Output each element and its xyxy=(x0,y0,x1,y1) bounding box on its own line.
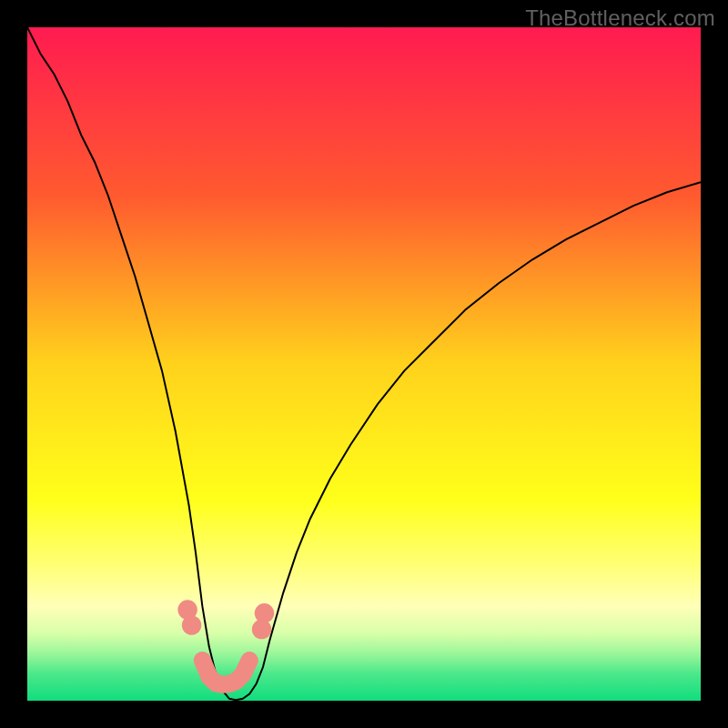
left-mid-dot xyxy=(182,615,201,634)
gradient-background xyxy=(27,27,701,701)
chart-frame: TheBottleneck.com xyxy=(0,0,728,728)
right-mid-dot xyxy=(252,620,271,639)
chart-svg xyxy=(27,27,701,701)
plot-area xyxy=(27,27,701,701)
watermark-text: TheBottleneck.com xyxy=(525,5,715,31)
